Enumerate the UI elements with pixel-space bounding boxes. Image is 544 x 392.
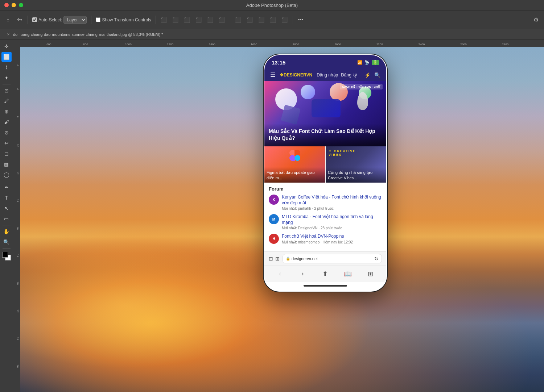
layer-select[interactable]: Layer Group	[63, 16, 87, 24]
forum-item-3-title: Font chữ Việt hoá DVN-Poppins	[282, 234, 382, 239]
align-top-button[interactable]: ⬛	[194, 14, 204, 26]
battery-icon: 🔋	[372, 60, 379, 65]
auto-select-group: Auto-Select: Layer Group	[31, 14, 88, 26]
search-nav-icon[interactable]: 🔍	[374, 72, 380, 78]
phone-address-input[interactable]: 🔒 designervn.net ↻	[283, 254, 382, 263]
home-bar	[304, 285, 347, 287]
crop-tool[interactable]: ⊡	[1, 86, 12, 96]
toolbar-separator-1	[28, 16, 28, 24]
forum-item-3[interactable]: H Font chữ Việt hoá DVN-Poppins Mới nhất…	[269, 234, 382, 244]
text-tool[interactable]: T	[1, 193, 12, 203]
zoom-tool[interactable]: 🔍	[1, 237, 12, 247]
ruler-mark-800: 800	[83, 43, 88, 46]
address-text: designervn.net	[292, 257, 318, 261]
settings-button[interactable]: ⚙	[531, 14, 541, 26]
forum-item-1-title: Kenyan Coffee Việt hóa - Font chữ hình k…	[282, 195, 382, 206]
eyedropper-tool[interactable]: 🖉	[1, 96, 12, 106]
align-center-v-button[interactable]: ⬛	[205, 14, 215, 26]
move-icon: ✛	[17, 17, 20, 22]
tab-title: doi-luang-chiang-dao-mountains-sunrise-c…	[13, 32, 163, 37]
tabs-button[interactable]: ⊞	[364, 269, 377, 279]
forum-item-2[interactable]: M MTD Kiramba - Font Việt hóa ngon tình …	[269, 214, 382, 230]
magic-wand-tool[interactable]: ✦	[1, 73, 12, 83]
minimize-button[interactable]	[12, 3, 16, 7]
phone-card-creative[interactable]: ✦ CREATIVEVIBES Cộng đồng nhà sáng tạo C…	[326, 146, 386, 183]
distribute-top-button[interactable]: ⬛	[268, 14, 278, 26]
gear-icon: ⚙	[533, 16, 539, 23]
tool-separator-1	[3, 84, 11, 84]
phone-card-figma-text: Figma bắt đầu update giao diện m...	[264, 167, 325, 183]
ruler-mark-2600: 2600	[460, 43, 467, 46]
spot-heal-tool[interactable]: ⊕	[1, 107, 12, 117]
transform-controls-checkbox[interactable]	[96, 17, 100, 22]
document-tab[interactable]: × doi-luang-chiang-dao-mountains-sunrise…	[3, 29, 166, 39]
login-link[interactable]: Đăng nhập	[317, 72, 338, 78]
brush-tool[interactable]: 🖌	[1, 117, 12, 127]
bookmarks-button[interactable]: 📖	[341, 269, 354, 279]
close-button[interactable]	[4, 3, 9, 7]
lightning-icon[interactable]: ⚡	[364, 72, 371, 78]
pen-tool[interactable]: ✒	[1, 182, 12, 192]
reload-icon[interactable]: ↻	[374, 256, 379, 262]
share-button[interactable]: ⬆	[319, 269, 332, 279]
register-link[interactable]: Đăng ký	[341, 72, 357, 78]
ruler-v-mark-18: 18	[16, 254, 19, 257]
distribute-center-h-button[interactable]: ⬛	[245, 14, 255, 26]
phone-home-indicator	[264, 282, 386, 291]
hand-tool[interactable]: ✋	[1, 226, 12, 237]
selection-tool[interactable]: ⬜	[1, 52, 12, 62]
more-options-button[interactable]: •••	[296, 14, 306, 26]
hero-badge: CÁCH KẾT HỢP FONT CHỮ	[340, 84, 383, 89]
move-tool[interactable]: ✛	[1, 41, 12, 51]
shape-tool[interactable]: ▭	[1, 214, 12, 224]
canvas-area: 600 800 1000 1200 1400 1600 1800 2000 22…	[13, 40, 544, 392]
shape-sphere-2	[301, 85, 315, 99]
color-picker[interactable]	[1, 251, 12, 261]
distribute-center-v-button[interactable]: ⬛	[280, 14, 290, 26]
more-icon: •••	[298, 17, 304, 22]
maximize-button[interactable]	[19, 3, 23, 7]
distribute-right-button[interactable]: ⬛	[256, 14, 267, 26]
site-logo: ❖DESIGNERVN	[280, 72, 312, 78]
gradient-tool[interactable]: ▦	[1, 159, 12, 169]
ruler-mark-2800: 2800	[502, 43, 508, 46]
move-tool-button[interactable]: ⌂	[3, 14, 13, 26]
tab-overview-icon[interactable]: ⊡	[269, 256, 273, 262]
ruler-vertical: 4 6 8 10 12 14 16 18 20 22 24 26	[13, 47, 20, 392]
phone-card-creative-text: Cộng đồng nhà sáng tạo Creative Vibes...	[326, 167, 386, 183]
forum-item-2-content: MTD Kiramba - Font Việt hóa ngon tình và…	[282, 214, 382, 230]
tab-share-icon[interactable]: ⊞	[275, 256, 280, 262]
hamburger-icon[interactable]: ☰	[270, 71, 275, 78]
canvas-workspace: 13:15 📶 📡 🔋 ☰ ❖DESIGNERVN Đăng nhập	[20, 47, 544, 392]
forum-item-2-title: MTD Kiramba - Font Việt hóa ngon tình và…	[282, 214, 382, 225]
tool-separator-2	[3, 181, 11, 181]
ruler-v-mark-12: 12	[16, 171, 19, 175]
ruler-mark-1000: 1000	[125, 43, 132, 46]
eraser-tool[interactable]: ◻	[1, 149, 12, 159]
history-brush-tool[interactable]: ↩	[1, 138, 12, 148]
phone-card-figma[interactable]: Figma bắt đầu update giao diện m...	[264, 146, 325, 183]
forum-avatar-3: H	[269, 234, 279, 244]
align-bottom-button[interactable]: ⬛	[217, 14, 227, 26]
foreground-color-swatch[interactable]	[2, 252, 8, 258]
forum-item-1[interactable]: K Kenyan Coffee Việt hóa - Font chữ hình…	[269, 195, 382, 210]
lasso-tool[interactable]: ⌇	[1, 62, 12, 72]
clone-stamp-tool[interactable]: ⊘	[1, 128, 12, 138]
path-select-tool[interactable]: ↖	[1, 203, 12, 213]
auto-select-checkbox[interactable]	[32, 17, 37, 22]
forward-button[interactable]: ›	[296, 269, 309, 279]
back-button[interactable]: ‹	[273, 269, 287, 279]
distribute-left-button[interactable]: ⬛	[233, 14, 243, 26]
ruler-horizontal: 600 800 1000 1200 1400 1600 1800 2000 22…	[20, 40, 544, 47]
tool-options-button[interactable]: ✛ ▾	[15, 14, 25, 26]
phone-nav: ☰ ❖DESIGNERVN Đăng nhập Đăng ký ⚡ 🔍	[264, 68, 386, 81]
align-left-button[interactable]: ⬛	[159, 14, 169, 26]
shape-screen	[312, 99, 341, 117]
dodge-tool[interactable]: ◯	[1, 170, 12, 180]
phone-mockup: 13:15 📶 📡 🔋 ☰ ❖DESIGNERVN Đăng nhập	[264, 54, 387, 292]
toolbar-separator-4	[230, 16, 230, 24]
align-center-h-button[interactable]: ⬛	[170, 14, 181, 26]
tab-close-icon[interactable]: ×	[6, 32, 11, 37]
forum-item-1-content: Kenyan Coffee Việt hóa - Font chữ hình k…	[282, 195, 382, 210]
align-right-button[interactable]: ⬛	[182, 14, 192, 26]
